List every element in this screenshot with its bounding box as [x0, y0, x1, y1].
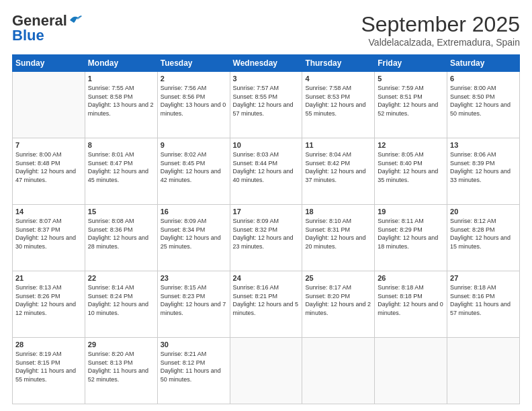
- day-number: 12: [378, 141, 444, 149]
- calendar-cell: 13Sunrise: 8:06 AMSunset: 8:39 PMDayligh…: [447, 138, 520, 205]
- day-number: 14: [15, 208, 82, 216]
- day-number: 26: [378, 274, 444, 282]
- day-number: 3: [233, 75, 300, 83]
- day-info: Sunrise: 8:17 AMSunset: 8:20 PMDaylight:…: [305, 283, 371, 317]
- day-info: Sunrise: 8:14 AMSunset: 8:24 PMDaylight:…: [88, 283, 154, 317]
- calendar-cell: [447, 338, 520, 404]
- day-info: Sunrise: 8:09 AMSunset: 8:32 PMDaylight:…: [233, 217, 300, 250]
- calendar-cell: 25Sunrise: 8:17 AMSunset: 8:20 PMDayligh…: [302, 271, 375, 338]
- day-number: 17: [233, 208, 300, 216]
- day-number: 20: [450, 208, 517, 216]
- calendar-cell: 1Sunrise: 7:55 AMSunset: 8:58 PMDaylight…: [85, 72, 157, 138]
- day-number: 19: [378, 208, 444, 216]
- day-info: Sunrise: 8:15 AMSunset: 8:23 PMDaylight:…: [161, 283, 227, 317]
- calendar-cell: [375, 338, 447, 404]
- day-info: Sunrise: 8:01 AMSunset: 8:47 PMDaylight:…: [88, 150, 154, 184]
- day-number: 5: [378, 75, 444, 83]
- day-info: Sunrise: 7:58 AMSunset: 8:53 PMDaylight:…: [305, 84, 371, 118]
- calendar-cell: 8Sunrise: 8:01 AMSunset: 8:47 PMDaylight…: [85, 138, 157, 205]
- day-number: 25: [305, 274, 371, 282]
- calendar-cell: 15Sunrise: 8:08 AMSunset: 8:36 PMDayligh…: [85, 205, 157, 271]
- day-number: 11: [305, 141, 371, 149]
- calendar-cell: 26Sunrise: 8:18 AMSunset: 8:18 PMDayligh…: [375, 271, 447, 338]
- day-info: Sunrise: 8:12 AMSunset: 8:28 PMDaylight:…: [450, 217, 517, 250]
- col-header-sunday: Sunday: [13, 55, 85, 72]
- day-number: 9: [161, 141, 227, 149]
- day-number: 29: [88, 340, 154, 349]
- calendar-cell: 5Sunrise: 7:59 AMSunset: 8:51 PMDaylight…: [375, 72, 447, 138]
- col-header-saturday: Saturday: [447, 55, 520, 72]
- month-title: September 2025: [361, 12, 520, 37]
- calendar-cell: 27Sunrise: 8:18 AMSunset: 8:16 PMDayligh…: [447, 271, 520, 338]
- day-number: 8: [88, 141, 154, 149]
- day-number: 7: [15, 141, 82, 149]
- logo-bird-icon: [69, 13, 83, 26]
- calendar-cell: 28Sunrise: 8:19 AMSunset: 8:15 PMDayligh…: [13, 338, 85, 404]
- day-number: 15: [88, 208, 154, 216]
- calendar-cell: 19Sunrise: 8:11 AMSunset: 8:29 PMDayligh…: [375, 205, 447, 271]
- day-info: Sunrise: 7:57 AMSunset: 8:55 PMDaylight:…: [233, 84, 300, 118]
- calendar-cell: 30Sunrise: 8:21 AMSunset: 8:12 PMDayligh…: [157, 338, 230, 404]
- day-number: 1: [88, 75, 154, 83]
- day-info: Sunrise: 8:18 AMSunset: 8:18 PMDaylight:…: [378, 283, 444, 317]
- day-info: Sunrise: 8:21 AMSunset: 8:12 PMDaylight:…: [161, 350, 227, 383]
- calendar-cell: 2Sunrise: 7:56 AMSunset: 8:56 PMDaylight…: [157, 72, 230, 138]
- day-info: Sunrise: 8:00 AMSunset: 8:50 PMDaylight:…: [450, 84, 517, 118]
- col-header-tuesday: Tuesday: [157, 55, 230, 72]
- day-info: Sunrise: 8:07 AMSunset: 8:37 PMDaylight:…: [15, 217, 82, 250]
- calendar-cell: [302, 338, 375, 404]
- day-number: 30: [161, 340, 227, 349]
- day-info: Sunrise: 8:10 AMSunset: 8:31 PMDaylight:…: [305, 217, 371, 250]
- day-info: Sunrise: 8:16 AMSunset: 8:21 PMDaylight:…: [233, 283, 300, 317]
- calendar-cell: 6Sunrise: 8:00 AMSunset: 8:50 PMDaylight…: [447, 72, 520, 138]
- col-header-monday: Monday: [85, 55, 157, 72]
- location-subtitle: Valdelacalzada, Extremadura, Spain: [361, 37, 520, 48]
- calendar-cell: 24Sunrise: 8:16 AMSunset: 8:21 PMDayligh…: [230, 271, 302, 338]
- day-info: Sunrise: 7:59 AMSunset: 8:51 PMDaylight:…: [378, 84, 444, 118]
- day-number: 16: [161, 208, 227, 216]
- calendar-cell: [13, 72, 85, 138]
- calendar-cell: 4Sunrise: 7:58 AMSunset: 8:53 PMDaylight…: [302, 72, 375, 138]
- day-number: 22: [88, 274, 154, 282]
- day-info: Sunrise: 7:56 AMSunset: 8:56 PMDaylight:…: [161, 84, 227, 118]
- day-info: Sunrise: 8:20 AMSunset: 8:13 PMDaylight:…: [88, 350, 154, 383]
- calendar-cell: 11Sunrise: 8:04 AMSunset: 8:42 PMDayligh…: [302, 138, 375, 205]
- calendar-cell: 22Sunrise: 8:14 AMSunset: 8:24 PMDayligh…: [85, 271, 157, 338]
- day-info: Sunrise: 8:05 AMSunset: 8:40 PMDaylight:…: [378, 150, 444, 184]
- day-info: Sunrise: 7:55 AMSunset: 8:58 PMDaylight:…: [88, 84, 154, 118]
- day-number: 13: [450, 141, 517, 149]
- calendar-cell: 21Sunrise: 8:13 AMSunset: 8:26 PMDayligh…: [13, 271, 85, 338]
- calendar-cell: 10Sunrise: 8:03 AMSunset: 8:44 PMDayligh…: [230, 138, 302, 205]
- calendar-cell: 12Sunrise: 8:05 AMSunset: 8:40 PMDayligh…: [375, 138, 447, 205]
- day-info: Sunrise: 8:00 AMSunset: 8:48 PMDaylight:…: [15, 150, 82, 184]
- day-number: 28: [15, 340, 82, 349]
- day-info: Sunrise: 8:06 AMSunset: 8:39 PMDaylight:…: [450, 150, 517, 184]
- calendar-cell: 17Sunrise: 8:09 AMSunset: 8:32 PMDayligh…: [230, 205, 302, 271]
- col-header-wednesday: Wednesday: [230, 55, 302, 72]
- day-number: 6: [450, 75, 517, 83]
- calendar-cell: 14Sunrise: 8:07 AMSunset: 8:37 PMDayligh…: [13, 205, 85, 271]
- day-info: Sunrise: 8:13 AMSunset: 8:26 PMDaylight:…: [15, 283, 82, 317]
- day-info: Sunrise: 8:02 AMSunset: 8:45 PMDaylight:…: [161, 150, 227, 184]
- day-number: 18: [305, 208, 371, 216]
- day-info: Sunrise: 8:03 AMSunset: 8:44 PMDaylight:…: [233, 150, 300, 184]
- day-number: 10: [233, 141, 300, 149]
- col-header-friday: Friday: [375, 55, 447, 72]
- calendar-cell: 18Sunrise: 8:10 AMSunset: 8:31 PMDayligh…: [302, 205, 375, 271]
- col-header-thursday: Thursday: [302, 55, 375, 72]
- day-info: Sunrise: 8:08 AMSunset: 8:36 PMDaylight:…: [88, 217, 154, 250]
- calendar-cell: 23Sunrise: 8:15 AMSunset: 8:23 PMDayligh…: [157, 271, 230, 338]
- day-info: Sunrise: 8:11 AMSunset: 8:29 PMDaylight:…: [378, 217, 444, 250]
- day-info: Sunrise: 8:09 AMSunset: 8:34 PMDaylight:…: [161, 217, 227, 250]
- day-number: 4: [305, 75, 371, 83]
- day-info: Sunrise: 8:04 AMSunset: 8:42 PMDaylight:…: [305, 150, 371, 184]
- day-number: 21: [15, 274, 82, 282]
- calendar-cell: 29Sunrise: 8:20 AMSunset: 8:13 PMDayligh…: [85, 338, 157, 404]
- calendar-table: SundayMondayTuesdayWednesdayThursdayFrid…: [12, 54, 520, 404]
- day-number: 23: [161, 274, 227, 282]
- title-section: September 2025 Valdelacalzada, Extremadu…: [361, 12, 520, 48]
- day-number: 2: [161, 75, 227, 83]
- calendar-cell: 3Sunrise: 7:57 AMSunset: 8:55 PMDaylight…: [230, 72, 302, 138]
- logo-blue: Blue: [12, 27, 44, 44]
- day-number: 24: [233, 274, 300, 282]
